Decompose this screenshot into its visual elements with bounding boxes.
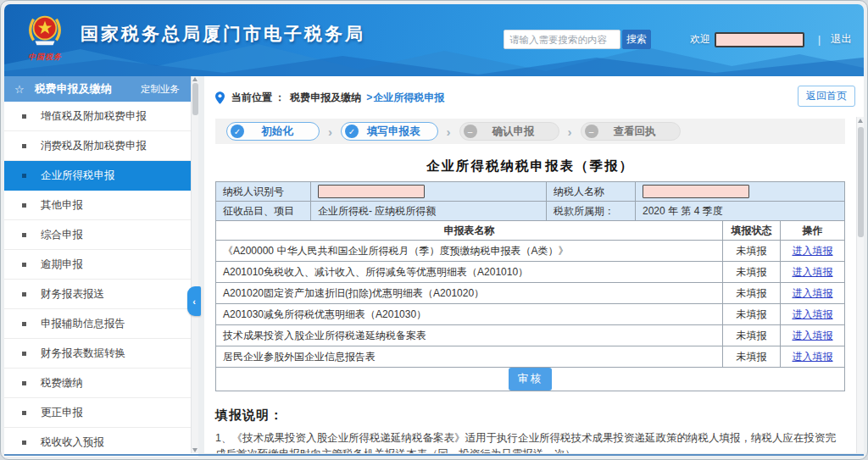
levy-item-label: 征收品目、项目: [216, 202, 311, 221]
status-badge: 未填报: [723, 346, 781, 368]
enter-fill-link[interactable]: 进入填报: [793, 266, 833, 278]
sidebar-item-overdue-filing[interactable]: 逾期申报: [4, 250, 198, 280]
instruction-item-1: 1、《技术成果投资入股企业所得税递延纳税备案表》适用于执行企业所得税技术成果投资…: [215, 430, 845, 453]
step-chevron-icon: ›: [447, 125, 451, 139]
header-toolbar: 搜索 欢迎 | 退出: [504, 30, 852, 49]
column-header-fill-status: 填报状态: [723, 221, 781, 241]
step-label: 确认申报: [477, 125, 555, 139]
table-footer-row: 审核: [216, 368, 845, 391]
breadcrumb-separator: >: [366, 91, 372, 103]
check-icon: ✓: [345, 125, 359, 138]
header-divider: |: [818, 34, 821, 46]
breadcrumb-section: 税费申报及缴纳: [290, 91, 361, 105]
sidebar-item-corporate-income-tax-filing[interactable]: 企业所得税申报: [4, 161, 198, 191]
step-view-receipt: – 查看回执: [581, 122, 681, 141]
sidebar-item-other-filing[interactable]: 其他申报: [4, 191, 198, 220]
back-home-button[interactable]: 返回首页: [798, 86, 855, 107]
main-content: 当前位置 ： 税费申报及缴纳 > 企业所得税申报 返回首页 ✓ 初始化 › ✓ …: [204, 76, 864, 453]
collapse-arrow-icon: ‹: [192, 297, 196, 307]
check-icon: ✓: [231, 125, 244, 138]
search-button[interactable]: 搜索: [622, 30, 651, 49]
sidebar-scrollbar[interactable]: [191, 76, 198, 453]
sidebar-menu: 增值税及附加税费申报 消费税及附加税费申报 企业所得税申报 其他申报 综合申报 …: [4, 102, 198, 457]
column-header-form-name: 申报表名称: [216, 221, 723, 241]
table-row: A201010免税收入、减计收入、所得减免等优惠明细表（A201010） 未填报…: [216, 262, 845, 283]
location-pin-icon: [215, 91, 225, 104]
table-row: A201030减免所得税优惠明细表（A201030） 未填报 进入填报: [216, 304, 845, 325]
step-initialize: ✓ 初始化: [226, 122, 320, 141]
table-row: 居民企业参股外国企业信息报告表 未填报 进入填报: [216, 346, 845, 368]
breadcrumb-prefix: 当前位置 ：: [231, 91, 285, 105]
form-name: A201030减免所得税优惠明细表（A201030）: [216, 304, 723, 325]
instructions-heading: 填报说明：: [215, 407, 845, 424]
progress-steps: ✓ 初始化 › ✓ 填写申报表 › – 确认申报 › – 查看回执: [215, 119, 845, 144]
sidebar-header: ☆ 税费申报及缴纳 定制业务: [4, 76, 198, 102]
tax-period-label: 税款所属期：: [547, 202, 636, 221]
tax-emblem-logo: 中国税务: [21, 11, 69, 63]
breadcrumb-current-link[interactable]: 企业所得税申报: [373, 91, 444, 105]
return-form-title: 企业所得税纳税申报表（季报）: [215, 158, 845, 175]
sidebar-collapse-button[interactable]: ‹: [187, 286, 201, 316]
scroll-up-arrow-icon[interactable]: [192, 77, 198, 81]
sidebar-item-vat-filing[interactable]: 增值税及附加税费申报: [4, 102, 198, 131]
status-badge: 未填报: [723, 304, 781, 325]
content-scrollbar-thumb[interactable]: [858, 127, 864, 237]
sidebar: ☆ 税费申报及缴纳 定制业务 增值税及附加税费申报 消费税及附加税费申报 企业所…: [4, 76, 198, 453]
taxpayer-info-table: 纳税人识别号 纳税人名称 征收品目、项目 企业所得税- 应纳税所得额 税款所属期…: [215, 181, 845, 221]
dash-icon: –: [464, 125, 477, 138]
form-name: 居民企业参股外国企业信息报告表: [216, 346, 723, 368]
step-label: 填写申报表: [359, 125, 434, 139]
logo-caption: 中国税务: [21, 52, 69, 63]
taxpayer-id-field-redacted[interactable]: [318, 185, 425, 198]
status-badge: 未填报: [723, 262, 781, 283]
sidebar-item-filing-auxiliary-info-report[interactable]: 申报辅助信息报告: [4, 309, 198, 339]
sidebar-item-comprehensive-filing[interactable]: 综合申报: [4, 220, 198, 250]
enter-fill-link[interactable]: 进入填报: [793, 308, 833, 320]
window-bottom-border: [4, 454, 864, 456]
audit-button[interactable]: 审核: [509, 368, 552, 391]
star-icon: ☆: [14, 83, 25, 96]
brand: 中国税务 国家税务总局厦门市电子税务局: [21, 11, 365, 63]
table-row: 技术成果投资入股企业所得税递延纳税备案表 未填报 进入填报: [216, 325, 845, 346]
sidebar-item-correction-filing[interactable]: 更正申报: [4, 398, 198, 428]
status-badge: 未填报: [723, 283, 781, 304]
filling-instructions: 填报说明： 1、《技术成果投资入股企业所得税递延纳税备案表》适用于执行企业所得税…: [215, 407, 845, 453]
content-scrollbar[interactable]: [856, 117, 864, 453]
step-confirm-filing: – 确认申报: [459, 122, 559, 141]
step-fill-return: ✓ 填写申报表: [341, 122, 438, 141]
sidebar-title: 税费申报及缴纳: [35, 81, 141, 97]
custom-business-link[interactable]: 定制业务: [141, 83, 180, 96]
table-row: 《A200000 中华人民共和国企业所得税月（季）度预缴纳税申报表（A类）》 未…: [216, 241, 845, 262]
tax-emblem-icon: [25, 11, 64, 50]
declaration-forms-table: 申报表名称 填报状态 操作 《A200000 中华人民共和国企业所得税月（季）度…: [215, 220, 845, 391]
app-window: 中国税务 国家税务总局厦门市电子税务局 搜索 欢迎 | 退出 ☆ 税费申报及缴纳…: [0, 0, 868, 460]
form-name: 《A200000 中华人民共和国企业所得税月（季）度预缴纳税申报表（A类）》: [216, 241, 723, 262]
column-header-action: 操作: [781, 221, 845, 241]
sidebar-item-consumption-tax-filing[interactable]: 消费税及附加税费申报: [4, 131, 198, 161]
form-name: A201020固定资产加速折旧(扣除)优惠明细表（A201020）: [216, 283, 723, 304]
enter-fill-link[interactable]: 进入填报: [793, 287, 833, 299]
dash-icon: –: [585, 125, 598, 138]
sidebar-scrollbar-thumb[interactable]: [192, 83, 198, 115]
form-name: A201010免税收入、减计收入、所得减免等优惠明细表（A201010）: [216, 262, 723, 283]
sidebar-item-financial-statement-submission[interactable]: 财务报表报送: [4, 280, 198, 309]
sidebar-item-financial-statement-data-conversion[interactable]: 财务报表数据转换: [4, 339, 198, 369]
taxpayer-name-redacted: [715, 32, 804, 47]
taxpayer-name-field-redacted[interactable]: [643, 185, 749, 198]
enter-fill-link[interactable]: 进入填报: [793, 351, 833, 363]
step-label: 查看回执: [598, 125, 676, 139]
enter-fill-link[interactable]: 进入填报: [793, 245, 833, 257]
form-name: 技术成果投资入股企业所得税递延纳税备案表: [216, 325, 723, 346]
enter-fill-link[interactable]: 进入填报: [793, 330, 833, 341]
logout-link[interactable]: 退出: [831, 32, 852, 47]
sidebar-item-tax-payment[interactable]: 税费缴纳: [4, 369, 198, 398]
scroll-up-arrow-icon[interactable]: [858, 119, 863, 123]
tax-period-value: 2020 年 第 4 季度: [636, 202, 845, 221]
taxpayer-name-label: 纳税人名称: [547, 182, 636, 202]
search-input[interactable]: [504, 30, 620, 49]
step-chevron-icon: ›: [568, 125, 572, 139]
scroll-down-arrow-icon[interactable]: [192, 448, 198, 452]
status-badge: 未填报: [723, 325, 781, 346]
sidebar-item-tax-revenue-forecast[interactable]: 税收收入预报: [4, 428, 198, 457]
page-title: 国家税务总局厦门市电子税务局: [81, 22, 365, 46]
